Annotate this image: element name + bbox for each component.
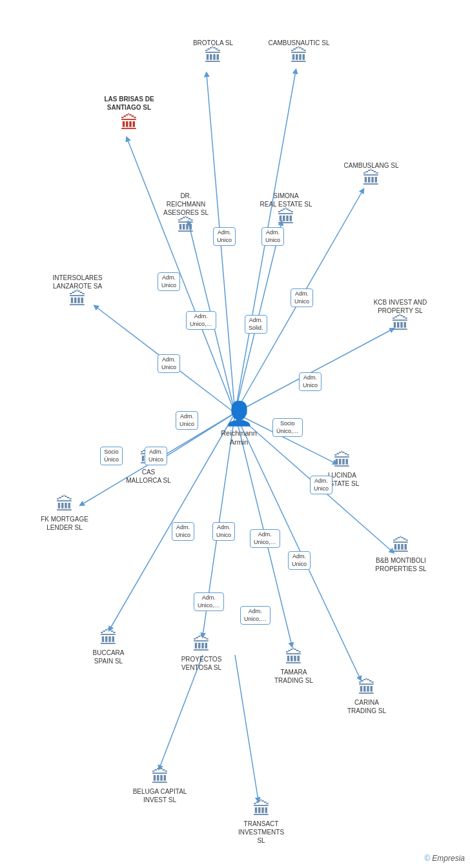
badge-adm-unico-comma-2: Adm.Unico,… [250,529,280,548]
las-brisas-icon: 🏛 [120,114,138,132]
proyectos-label: PROYECTOS VENTOSA SL [181,655,222,672]
kcb-label: KCB INVEST AND PROPERTY SL [374,298,427,315]
node-carina: 🏛 CARINA TRADING SL [341,679,393,715]
fk-mortgage-label: FK MORTGAGE LENDER SL [41,515,88,532]
badge-socio-unico-comma: SocioÚnico,… [272,418,303,437]
watermark-brand: Empresia [432,854,465,863]
node-dr-reichmann: DR. REICHMANN ASESORES SL 🏛 [160,190,212,235]
brotola-icon: 🏛 [204,47,222,65]
badge-adm-unico-1: Adm.Unico [213,227,236,246]
node-intersolares: INTERSOLARES LANZAROTE SA 🏛 [48,272,107,308]
badge-adm-unico-8: Adm.Unico [145,447,167,465]
node-bb-montiboli: 🏛 B&B MONTIBOLI PROPERTIES SL [372,537,430,573]
proyectos-icon: 🏛 [192,636,210,654]
badge-adm-unico-4: Adm.Unico [291,288,313,307]
badge-adm-unico-10: Adm.Unico [212,522,235,541]
node-kcb: KCB INVEST AND PROPERTY SL 🏛 [371,297,429,333]
watermark: © Empresia [424,854,465,863]
badge-adm-unico-9: Adm.Unico [172,522,194,541]
tamara-label: TAMARA TRADING SL [274,668,313,685]
simona-label: SIMONA REAL ESTATE SL [260,192,312,208]
badge-adm-unico-3: Adm.Unico [158,272,180,291]
tamara-icon: 🏛 [285,649,303,667]
bb-montiboli-label: B&B MONTIBOLI PROPERTIES SL [375,556,426,573]
node-buccara: 🏛 BUCCARA SPAIN SL [83,629,134,665]
buccara-label: BUCCARA SPAIN SL [93,649,125,665]
badge-socio-unico: SocioÚnico [100,447,123,465]
badge-adm-unico-comma-1: Adm.Unico,… [186,311,216,330]
carina-icon: 🏛 [358,679,376,697]
las-brisas-label: LAS BRISAS DE SANTIAGO SL [104,95,154,112]
person-icon: 👤 [225,400,254,427]
diagram-container: 👤 Reichmann Armin LAS BRISAS DE SANTIAGO… [0,0,470,868]
badge-adm-unico-11: Adm.Unico [288,551,311,570]
badge-adm-unico-5: Adm.Unico [299,372,322,391]
node-cambuslang: CAMBUSLANG SL 🏛 [342,160,400,188]
node-proyectos: 🏛 PROYECTOS VENTOSA SL [176,636,227,672]
badge-adm-unico-lucinda: Adm.Unico [310,476,332,494]
badge-adm-unico-comma-3: Adm.Unico,… [194,592,224,611]
dr-reichmann-label: DR. REICHMANN ASESORES SL [160,192,212,217]
transact-icon: 🏛 [252,800,271,818]
transact-label: TRANSACT INVESTMENTS SL [234,820,289,845]
intersolares-label: INTERSOLARES LANZAROTE SA [52,274,102,290]
central-person: 👤 Reichmann Armin [220,400,258,447]
node-brotola: BROTOLA SL 🏛 [190,37,236,65]
node-cambusnautic: CAMBUSNAUTIC SL 🏛 [270,37,328,65]
cambuslang-icon: 🏛 [362,170,380,188]
badge-adm-unico-comma-4: Adm.Unico,… [240,606,271,625]
badge-adm-unico-6: Adm.Unico [158,354,180,373]
badge-adm-unico-7: Adm.Unico [176,411,198,430]
node-las-brisas: LAS BRISAS DE SANTIAGO SL 🏛 [100,94,158,132]
svg-line-7 [235,329,393,413]
kcb-icon: 🏛 [391,315,409,333]
fk-mortgage-icon: 🏛 [56,496,74,514]
node-beluga: 🏛 BELUGA CAPITAL INVEST SL [132,768,187,804]
badge-adm-solid: Adm.Solid. [245,315,267,334]
node-transact: 🏛 TRANSACT INVESTMENTS SL [234,800,289,845]
intersolares-icon: 🏛 [68,290,87,308]
carina-label: CARINA TRADING SL [347,698,386,715]
svg-line-0 [127,139,235,413]
cambusnautic-icon: 🏛 [290,47,308,65]
person-label: Reichmann Armin [221,429,257,447]
dr-reichmann-icon: 🏛 [177,217,195,235]
beluga-icon: 🏛 [151,768,169,786]
node-fk-mortgage: 🏛 FK MORTGAGE LENDER SL [39,496,90,532]
watermark-copyright: © [424,854,430,863]
simona-icon: 🏛 [277,208,295,227]
node-simona: SIMONA REAL ESTATE SL 🏛 [257,190,315,227]
node-tamara: 🏛 TAMARA TRADING SL [268,649,320,685]
svg-line-16 [159,655,203,768]
beluga-label: BELUGA CAPITAL INVEST SL [133,787,187,804]
badge-adm-unico-2: Adm.Unico [261,227,284,246]
cas-mallorca-label: CAS MALLORCA SL [126,468,170,485]
svg-line-17 [235,655,258,800]
buccara-icon: 🏛 [99,629,118,647]
lucinda-icon: 🏛 [333,452,351,470]
bb-montiboli-icon: 🏛 [392,537,410,555]
